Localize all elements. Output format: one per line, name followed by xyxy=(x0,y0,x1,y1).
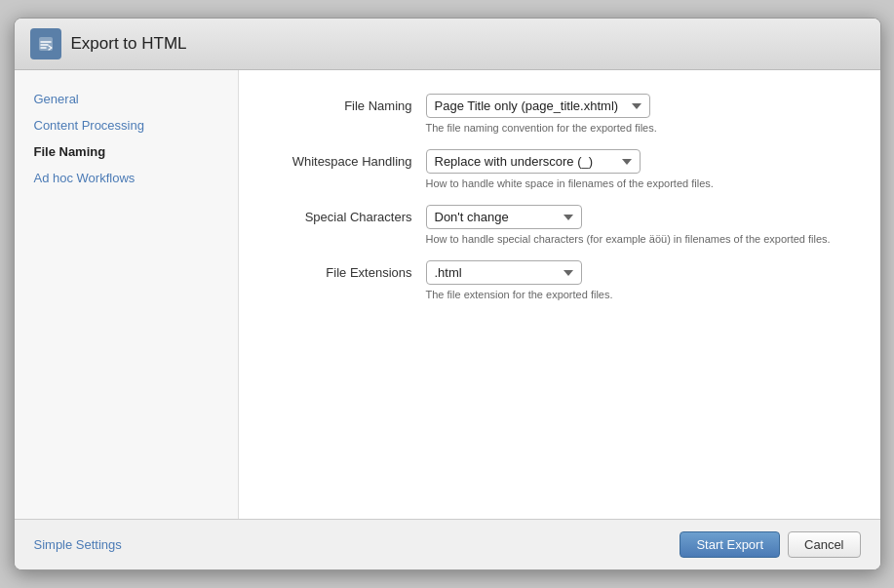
start-export-button[interactable]: Start Export xyxy=(680,531,780,558)
file-naming-label: File Naming xyxy=(270,94,426,113)
special-characters-description: How to handle special characters (for ex… xyxy=(426,233,849,245)
special-characters-label: Special Characters xyxy=(270,205,426,224)
special-characters-select[interactable]: Don't change Transliterate Remove xyxy=(426,205,582,229)
cancel-button[interactable]: Cancel xyxy=(788,531,860,558)
file-extensions-field: .html .xhtml .htm The file extension for… xyxy=(426,260,849,300)
export-html-window: Export to HTML General Content Processin… xyxy=(14,18,881,570)
whitespace-handling-row: Whitespace Handling Replace with undersc… xyxy=(270,149,849,189)
whitespace-handling-field: Replace with underscore (_) Replace with… xyxy=(426,149,849,189)
footer-buttons: Start Export Cancel xyxy=(680,531,860,558)
special-characters-row: Special Characters Don't change Translit… xyxy=(270,205,849,245)
sidebar: General Content Processing File Naming A… xyxy=(15,70,239,519)
file-extensions-description: The file extension for the exported file… xyxy=(426,289,849,300)
simple-settings-link[interactable]: Simple Settings xyxy=(34,537,122,552)
app-icon xyxy=(30,28,61,59)
file-extensions-row: File Extensions .html .xhtml .htm The fi… xyxy=(270,260,849,300)
special-characters-field: Don't change Transliterate Remove How to… xyxy=(426,205,849,245)
whitespace-handling-description: How to handle white space in filenames o… xyxy=(426,177,849,189)
whitespace-handling-label: Whitespace Handling xyxy=(270,149,426,169)
sidebar-item-ad-hoc-workflows[interactable]: Ad hoc Workflows xyxy=(15,165,238,191)
file-naming-select[interactable]: Page Title only (page_title.xhtml) Seque… xyxy=(426,94,650,118)
file-extensions-select[interactable]: .html .xhtml .htm xyxy=(426,260,582,285)
footer: Simple Settings Start Export Cancel xyxy=(15,519,880,569)
title-bar: Export to HTML xyxy=(15,19,880,70)
content-area: General Content Processing File Naming A… xyxy=(15,70,880,519)
file-naming-description: The file naming convention for the expor… xyxy=(426,122,849,134)
form-area: File Naming Page Title only (page_title.… xyxy=(239,70,880,519)
sidebar-item-general[interactable]: General xyxy=(15,86,238,112)
file-extensions-label: File Extensions xyxy=(270,260,426,280)
sidebar-item-content-processing[interactable]: Content Processing xyxy=(15,112,238,138)
file-naming-row: File Naming Page Title only (page_title.… xyxy=(270,94,849,134)
file-naming-field: Page Title only (page_title.xhtml) Seque… xyxy=(426,94,849,134)
sidebar-item-file-naming: File Naming xyxy=(15,138,238,165)
window-title: Export to HTML xyxy=(71,34,187,54)
whitespace-handling-select[interactable]: Replace with underscore (_) Replace with… xyxy=(426,149,641,174)
